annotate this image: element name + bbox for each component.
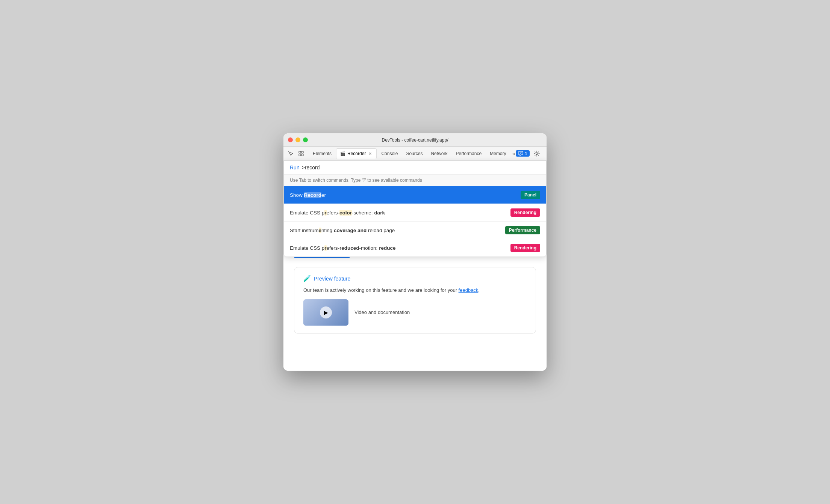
window-title: DevTools - coffee-cart.netlify.app/ bbox=[382, 137, 448, 143]
tab-network[interactable]: Network bbox=[427, 148, 451, 159]
preview-feature-card: 🧪 Preview feature Our team is actively w… bbox=[294, 267, 536, 333]
recorder-icon: 🎬 bbox=[340, 151, 345, 156]
preview-doc-label: Video and documentation bbox=[354, 309, 410, 315]
tab-close-recorder[interactable]: ✕ bbox=[368, 151, 373, 157]
cmd-item-text-coverage: Start instrumenting coverage and reload … bbox=[290, 228, 395, 233]
cmd-hint: Use Tab to switch commands. Type '?' to … bbox=[284, 175, 546, 186]
tab-icons bbox=[286, 149, 306, 158]
tab-recorder[interactable]: 🎬 Recorder ✕ bbox=[336, 148, 377, 159]
cmd-badge-rendering-1: Rendering bbox=[510, 208, 540, 217]
more-tabs-icon[interactable]: » bbox=[512, 151, 515, 157]
cmd-item-text-prefers-color: Emulate CSS prefers-color-scheme: dark bbox=[290, 210, 385, 216]
maximize-button[interactable] bbox=[303, 137, 308, 142]
preview-thumbnail[interactable]: ▶ bbox=[303, 299, 348, 326]
cmd-badge-panel: Panel bbox=[521, 191, 540, 199]
svg-rect-3 bbox=[301, 154, 303, 156]
feedback-count: 1 bbox=[525, 151, 527, 156]
svg-rect-1 bbox=[301, 151, 303, 153]
more-options-icon[interactable] bbox=[544, 149, 547, 158]
cmd-item-show-recorder[interactable]: Show Recorder Panel bbox=[284, 186, 546, 204]
preview-feature-title: 🧪 Preview feature bbox=[303, 275, 527, 282]
cmd-input-row: Run >record bbox=[284, 161, 546, 175]
cmd-item-text-show-recorder: Show Recorder bbox=[290, 192, 326, 198]
svg-rect-2 bbox=[299, 154, 301, 156]
tab-sources[interactable]: Sources bbox=[402, 148, 426, 159]
cmd-input-value[interactable]: >record bbox=[302, 164, 320, 171]
cmd-badge-performance: Performance bbox=[505, 226, 540, 234]
command-palette[interactable]: Run >record Use Tab to switch commands. … bbox=[283, 160, 547, 257]
cmd-item-prefers-color[interactable]: Emulate CSS prefers-color-scheme: dark R… bbox=[284, 204, 546, 222]
traffic-lights bbox=[288, 137, 308, 142]
title-bar: DevTools - coffee-cart.netlify.app/ bbox=[283, 133, 547, 147]
play-icon: ▶ bbox=[320, 306, 332, 318]
devtools-window: DevTools - coffee-cart.netlify.app/ Elem… bbox=[283, 133, 547, 371]
tab-console[interactable]: Console bbox=[377, 148, 401, 159]
inspect-icon[interactable] bbox=[296, 149, 306, 158]
tab-elements[interactable]: Elements bbox=[309, 148, 335, 159]
preview-feature-icon: 🧪 bbox=[303, 275, 311, 282]
tab-memory[interactable]: Memory bbox=[486, 148, 510, 159]
feedback-badge[interactable]: 1 bbox=[516, 150, 530, 157]
feedback-link[interactable]: feedback bbox=[459, 287, 479, 293]
svg-point-4 bbox=[536, 152, 538, 154]
tab-bar: Elements 🎬 Recorder ✕ Console Sources Ne… bbox=[283, 147, 547, 160]
cmd-item-text-prefers-motion: Emulate CSS prefers-reduced-motion: redu… bbox=[290, 245, 395, 251]
tab-bar-right: 1 bbox=[516, 149, 547, 158]
minimize-button[interactable] bbox=[295, 137, 300, 142]
settings-icon[interactable] bbox=[532, 149, 542, 158]
cmd-item-coverage[interactable]: Start instrumenting coverage and reload … bbox=[284, 222, 546, 239]
tab-performance[interactable]: Performance bbox=[452, 148, 485, 159]
cmd-badge-rendering-2: Rendering bbox=[510, 244, 540, 252]
cmd-item-prefers-motion[interactable]: Emulate CSS prefers-reduced-motion: redu… bbox=[284, 239, 546, 257]
preview-feature-text: Our team is actively working on this fea… bbox=[303, 287, 527, 294]
preview-media: ▶ Video and documentation bbox=[303, 299, 527, 326]
close-button[interactable] bbox=[288, 137, 293, 142]
cursor-icon[interactable] bbox=[286, 149, 295, 158]
content-area: + No recordings Send feedback Measure pe… bbox=[283, 160, 547, 371]
svg-rect-0 bbox=[299, 151, 301, 153]
cmd-run-label: Run bbox=[290, 164, 300, 171]
